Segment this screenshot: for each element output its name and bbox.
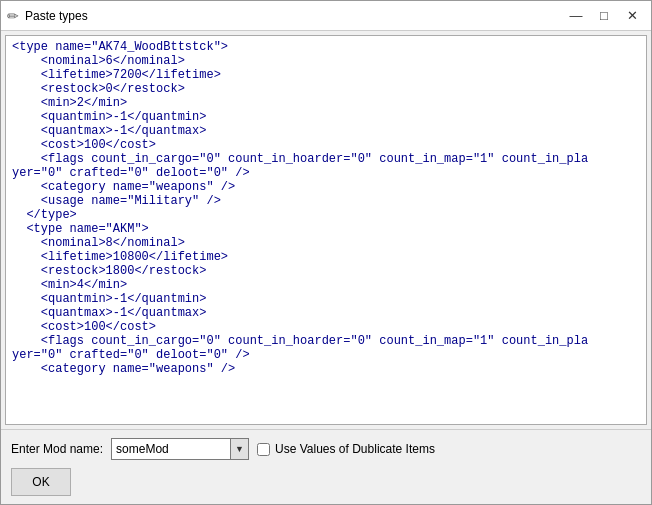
footer-area: Enter Mod name: ▼ Use Values of Dublicat… xyxy=(1,429,651,504)
title-bar-controls: — □ ✕ xyxy=(563,6,645,26)
minimize-button[interactable]: — xyxy=(563,6,589,26)
main-window: ✏ Paste types — □ ✕ <type name="AK74_Woo… xyxy=(0,0,652,505)
mod-name-dropdown-button[interactable]: ▼ xyxy=(231,438,249,460)
mod-name-input[interactable] xyxy=(111,438,231,460)
close-button[interactable]: ✕ xyxy=(619,6,645,26)
xml-content-area[interactable]: <type name="AK74_WoodBttstck"> <nominal>… xyxy=(5,35,647,425)
footer-inner: Enter Mod name: ▼ Use Values of Dublicat… xyxy=(11,438,641,496)
window-title: Paste types xyxy=(25,9,88,23)
window-icon: ✏ xyxy=(7,8,19,24)
checkbox-label: Use Values of Dublicate Items xyxy=(275,442,435,456)
checkbox-wrap: Use Values of Dublicate Items xyxy=(257,442,435,456)
title-bar-left: ✏ Paste types xyxy=(7,8,88,24)
footer-bottom-row: OK xyxy=(11,468,641,496)
ok-button[interactable]: OK xyxy=(11,468,71,496)
mod-name-label: Enter Mod name: xyxy=(11,442,103,456)
mod-name-input-wrap: ▼ xyxy=(111,438,249,460)
footer-top-row: Enter Mod name: ▼ Use Values of Dublicat… xyxy=(11,438,641,460)
maximize-button[interactable]: □ xyxy=(591,6,617,26)
title-bar: ✏ Paste types — □ ✕ xyxy=(1,1,651,31)
duplicate-items-checkbox[interactable] xyxy=(257,443,270,456)
